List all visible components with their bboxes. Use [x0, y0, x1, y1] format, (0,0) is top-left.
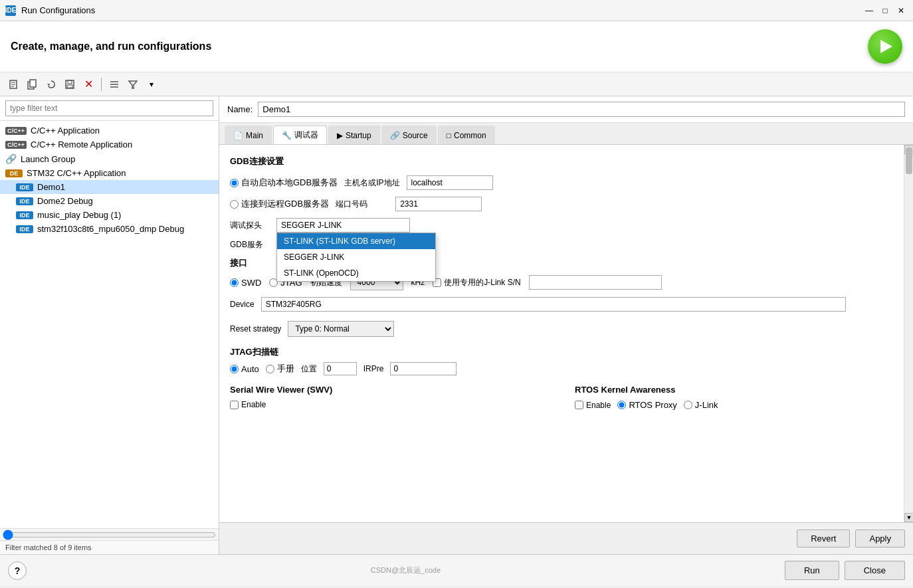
- left-scrollbar[interactable]: [0, 528, 219, 540]
- tree-item-launch-group[interactable]: 🔗 Launch Group: [0, 151, 219, 166]
- auto-gdb-row: 自动启动本地GDB服务器 主机名或IP地址: [230, 175, 893, 190]
- device-label: Device: [230, 300, 254, 309]
- common-tab-label: Common: [454, 131, 486, 140]
- jlink-sn-input[interactable]: [529, 275, 662, 290]
- tree-item-demo1[interactable]: IDE Demo1: [0, 180, 219, 194]
- delete-config-button[interactable]: ✕: [80, 76, 97, 93]
- rtos-title: RTOS Kernel Awareness: [575, 385, 893, 395]
- tree-item-cpp-app[interactable]: C/C++ C/C++ Application: [0, 124, 219, 138]
- svg-rect-9: [67, 85, 72, 88]
- name-label: Name:: [227, 104, 253, 114]
- horizontal-scrollbar[interactable]: [3, 532, 216, 538]
- port-input[interactable]: [395, 197, 482, 211]
- remote-gdb-radio[interactable]: [230, 200, 239, 209]
- right-scrollbar[interactable]: ▲ ▼: [904, 145, 913, 522]
- run-config-button[interactable]: Run: [785, 561, 839, 580]
- main-tab-icon: 📄: [233, 131, 243, 140]
- filter-input[interactable]: [5, 100, 213, 116]
- refresh-button[interactable]: [43, 76, 60, 93]
- host-input[interactable]: [407, 175, 493, 190]
- reset-label: Reset strategy: [230, 324, 281, 334]
- cc-badge: C/C++: [5, 127, 27, 135]
- swd-radio[interactable]: [230, 278, 239, 287]
- jtag-manual-radio[interactable]: [266, 365, 274, 373]
- jtag-auto-text: Auto: [241, 364, 259, 374]
- rtos-enable-label[interactable]: Enable: [575, 401, 611, 410]
- tree-item-stm32f103[interactable]: IDE stm32f103c8t6_mpu6050_dmp Debug: [0, 222, 219, 236]
- filter-button[interactable]: [124, 76, 142, 93]
- help-button[interactable]: ?: [8, 561, 27, 580]
- tree-item-cpp-remote[interactable]: C/C++ C/C++ Remote Application: [0, 138, 219, 151]
- reset-strategy-row: Reset strategy Type 0: Normal Type 1: Co…: [230, 321, 893, 337]
- close-dialog-button[interactable]: Close: [845, 561, 905, 580]
- auto-gdb-radio-label[interactable]: 自动启动本地GDB服务器: [230, 177, 338, 189]
- ide-badge-stm32f103: IDE: [16, 225, 33, 233]
- debug-probe-select[interactable]: SEGGER J-LINK ST-LINK (ST-LINK GDB serve…: [276, 218, 410, 233]
- device-input[interactable]: [261, 297, 846, 312]
- jtag-irpre-input[interactable]: [390, 362, 456, 375]
- more-options-button[interactable]: ▾: [143, 76, 160, 93]
- tree-item-music-label: music_play Debug (1): [37, 210, 121, 220]
- jtag-auto-radio[interactable]: [230, 365, 239, 373]
- new-config-button[interactable]: [5, 76, 23, 93]
- tab-common[interactable]: □ Common: [438, 126, 495, 144]
- tab-debug[interactable]: 🔧 调试器: [273, 126, 327, 144]
- source-tab-icon: 🔗: [390, 131, 400, 140]
- ide-badge-music: IDE: [16, 211, 33, 219]
- tree-item-dome2[interactable]: IDE Dome2 Debug: [0, 194, 219, 208]
- cc-badge-remote: C/C++: [5, 141, 27, 149]
- swv-title: Serial Wire Viewer (SWV): [230, 385, 548, 395]
- copy-config-button[interactable]: [24, 76, 41, 93]
- tree-item-stm32f103-label: stm32f103c8t6_mpu6050_dmp Debug: [37, 224, 184, 234]
- remote-gdb-row: 连接到远程GDB服务器 端口号码: [230, 197, 893, 211]
- collapse-button[interactable]: [106, 76, 123, 93]
- save-button[interactable]: [61, 76, 78, 93]
- tree-item-music[interactable]: IDE music_play Debug (1): [0, 208, 219, 222]
- close-window-button[interactable]: ✕: [894, 4, 908, 17]
- rtos-row: Enable RTOS Proxy J-Link: [575, 400, 893, 410]
- debug-probe-row: 调试探头 SEGGER J-LINK ST-LINK (ST-LINK GDB …: [230, 218, 893, 233]
- rtos-enable-checkbox[interactable]: [575, 401, 583, 409]
- content-area: GDB连接设置 自动启动本地GDB服务器 主机名或IP地址 连接到远程GDB服务…: [219, 145, 904, 522]
- rtos-proxy-radio[interactable]: [617, 401, 626, 409]
- scroll-down-arrow[interactable]: ▼: [904, 513, 913, 522]
- apply-button[interactable]: Apply: [855, 530, 905, 547]
- very-bottom-bar: ? CSDN@北辰远_code Run Close: [0, 554, 913, 586]
- swd-radio-label[interactable]: SWD: [230, 278, 261, 288]
- jtag-pos-label: 位置: [301, 363, 317, 375]
- popup-item-segger[interactable]: SEGGER J-LINK: [277, 249, 435, 265]
- rtos-proxy-label[interactable]: RTOS Proxy: [617, 400, 676, 410]
- swv-enable-checkbox[interactable]: [230, 401, 239, 409]
- swv-enable-label[interactable]: Enable: [230, 400, 548, 409]
- filter-input-wrap: [0, 96, 219, 121]
- rtos-jlink-radio[interactable]: [684, 401, 692, 409]
- popup-item-stlink-gdb[interactable]: ST-LINK (ST-LINK GDB server): [277, 233, 435, 249]
- auto-gdb-label: 自动启动本地GDB服务器: [241, 177, 338, 189]
- auto-gdb-radio[interactable]: [230, 179, 239, 187]
- jtag-scan-title: JTAG扫描链: [230, 346, 893, 358]
- toolbar: ✕ ▾: [0, 72, 913, 96]
- play-triangle-icon: [880, 40, 892, 53]
- rtos-proxy-text: RTOS Proxy: [629, 400, 676, 410]
- rtos-jlink-label[interactable]: J-Link: [684, 400, 718, 410]
- remote-gdb-radio-label[interactable]: 连接到远程GDB服务器: [230, 198, 329, 210]
- jtag-auto-label[interactable]: Auto: [230, 364, 259, 374]
- scroll-thumb[interactable]: [906, 147, 912, 174]
- revert-button[interactable]: Revert: [797, 530, 850, 547]
- tree-item-stm32-cpp[interactable]: DE STM32 C/C++ Application: [0, 166, 219, 180]
- rtos-section: RTOS Kernel Awareness Enable RTOS Proxy: [575, 385, 893, 410]
- jlink-sn-label[interactable]: 使用专用的J-Link S/N: [433, 277, 520, 288]
- maximize-button[interactable]: □: [878, 4, 892, 17]
- tab-startup[interactable]: ▶ Startup: [328, 126, 380, 144]
- name-input[interactable]: [258, 102, 905, 117]
- jtag-pos-input[interactable]: [324, 362, 357, 375]
- gdb-server-label: GDB服务: [230, 239, 263, 250]
- tab-source[interactable]: 🔗 Source: [381, 126, 437, 144]
- reset-select[interactable]: Type 0: Normal Type 1: Core Type 2: Pin: [288, 321, 394, 337]
- tab-main[interactable]: 📄 Main: [225, 126, 272, 144]
- startup-tab-icon: ▶: [337, 131, 343, 140]
- jtag-manual-label[interactable]: 手册: [266, 363, 294, 375]
- minimize-button[interactable]: —: [862, 4, 876, 17]
- popup-item-stlink-openocd[interactable]: ST-LINK (OpenOCD): [277, 265, 435, 281]
- run-button[interactable]: [868, 29, 902, 64]
